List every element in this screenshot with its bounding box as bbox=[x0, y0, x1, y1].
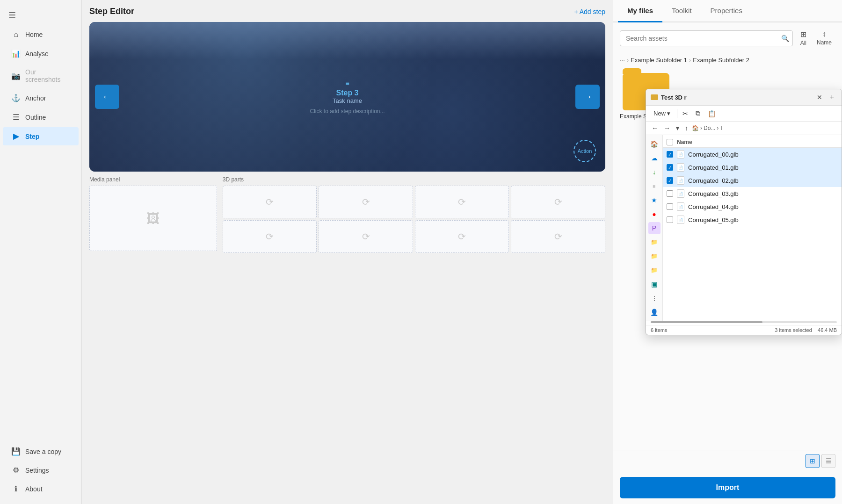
list-view-button[interactable]: ☰ bbox=[821, 454, 835, 468]
step-card-image-overlay bbox=[89, 22, 605, 59]
fe-cut-icon: ✂ bbox=[682, 110, 688, 117]
fe-file-row-4[interactable]: 📄 Corrugated_04.glb bbox=[663, 200, 842, 213]
save-icon: 💾 bbox=[11, 447, 21, 456]
breadcrumb-item-0[interactable]: Example Subfolder 1 bbox=[631, 57, 687, 64]
parts-cell-2[interactable]: ⟳ bbox=[415, 186, 509, 218]
sidebar-item-about[interactable]: ℹ About bbox=[3, 480, 79, 498]
sidebar-item-anchor[interactable]: ⚓ Anchor bbox=[3, 89, 79, 107]
fe-file-row-2[interactable]: ✓ 📄 Corrugated_02.glb bbox=[663, 174, 842, 187]
breadcrumb-sep-0: › bbox=[627, 57, 629, 64]
fe-copy-icon: ⧉ bbox=[696, 109, 700, 117]
parts-cell-1[interactable]: ⟳ bbox=[319, 186, 413, 218]
fe-nav-bar: ← → ▾ ↑ 🏠 › Do... › T bbox=[646, 122, 842, 135]
fe-cut-button[interactable]: ✂ bbox=[680, 108, 690, 119]
fe-sidebar-star-icon[interactable]: ★ bbox=[648, 194, 661, 206]
action-button[interactable]: Action bbox=[573, 140, 596, 162]
tab-my-files[interactable]: My files bbox=[618, 0, 662, 22]
filter-name-button[interactable]: ↕ Name bbox=[813, 28, 835, 48]
media-cell-0[interactable]: 🖼 bbox=[89, 186, 217, 251]
filter-all-button[interactable]: ⊞ All bbox=[797, 28, 810, 48]
fe-sidebar-yellow-folder-0[interactable]: 📁 bbox=[648, 236, 661, 248]
fe-sidebar-yellow-folder-2[interactable]: 📁 bbox=[648, 264, 661, 276]
fe-dropdown-button[interactable]: ▾ bbox=[674, 123, 681, 133]
grid-view-button[interactable]: ⊞ bbox=[806, 454, 820, 468]
parts-cell-4[interactable]: ⟳ bbox=[223, 220, 317, 253]
fe-close-button[interactable]: ✕ bbox=[815, 93, 824, 102]
search-icon-button[interactable]: 🔍 bbox=[781, 35, 789, 42]
parts-cell-5[interactable]: ⟳ bbox=[319, 220, 413, 253]
part-icon-0: ⟳ bbox=[266, 196, 274, 208]
parts-panel-grid: ⟳ ⟳ ⟳ ⟳ ⟳ ⟳ ⟳ ⟳ bbox=[223, 186, 605, 253]
fe-select-all-checkbox[interactable] bbox=[667, 139, 673, 145]
sidebar-item-step[interactable]: ▶ Step bbox=[3, 127, 79, 145]
fe-file-doc-icon-0: 📄 bbox=[677, 150, 684, 158]
fe-sidebar-person-icon[interactable]: 👤 bbox=[648, 306, 661, 318]
add-step-button[interactable]: + Add step bbox=[574, 8, 605, 15]
fe-sidebar-dots-icon[interactable]: ⋮ bbox=[648, 292, 661, 304]
parts-cell-7[interactable]: ⟳ bbox=[511, 220, 605, 253]
next-step-button[interactable]: → bbox=[575, 85, 600, 109]
fe-back-button[interactable]: ← bbox=[650, 123, 660, 133]
screenshots-icon: 📷 bbox=[11, 72, 21, 80]
sidebar-item-home[interactable]: ⌂ Home bbox=[3, 26, 79, 43]
menu-icon[interactable]: ☰ bbox=[0, 6, 81, 25]
search-input[interactable] bbox=[620, 30, 793, 46]
parts-cell-6[interactable]: ⟳ bbox=[415, 220, 509, 253]
breadcrumb-dots[interactable]: ··· bbox=[620, 57, 625, 64]
fe-file-row-3[interactable]: 📄 Corrugated_03.glb bbox=[663, 187, 842, 200]
anchor-icon: ⚓ bbox=[11, 94, 21, 102]
step-description[interactable]: Click to add step description... bbox=[310, 108, 385, 115]
step-task-name: Task name bbox=[310, 97, 385, 104]
fe-sidebar-teal-icon[interactable]: ▣ bbox=[648, 278, 661, 290]
parts-cell-3[interactable]: ⟳ bbox=[511, 186, 605, 218]
fe-sidebar-home-icon[interactable]: 🏠 bbox=[648, 138, 661, 150]
fe-up-button[interactable]: ↑ bbox=[683, 123, 690, 133]
view-toggles: ⊞ ☰ bbox=[613, 451, 842, 471]
fe-file-row-5[interactable]: 📄 Corrugated_05.glb bbox=[663, 213, 842, 226]
fe-file-checkbox-3[interactable] bbox=[667, 190, 673, 197]
fe-sidebar-file-icon[interactable]: ≡ bbox=[648, 180, 661, 192]
fe-file-row-0[interactable]: ✓ 📄 Corrugated_00.glb bbox=[663, 148, 842, 161]
sidebar-item-analyse[interactable]: 📊 Analyse bbox=[3, 44, 79, 63]
breadcrumb-item-1[interactable]: Example Subfolder 2 bbox=[693, 57, 749, 64]
fe-sidebar-yellow-folder-1[interactable]: 📁 bbox=[648, 250, 661, 262]
sidebar-item-outline[interactable]: ☰ Outline bbox=[3, 108, 79, 126]
fe-scrollbar[interactable] bbox=[651, 321, 837, 323]
fe-file-row-1[interactable]: ✓ 📄 Corrugated_01.glb bbox=[663, 161, 842, 174]
import-label: Import bbox=[716, 483, 740, 491]
sidebar-item-label: Home bbox=[25, 31, 43, 38]
right-panel-tabs: My files Toolkit Properties bbox=[613, 0, 842, 22]
fe-file-checkbox-0[interactable]: ✓ bbox=[667, 151, 673, 158]
sidebar-item-settings[interactable]: ⚙ Settings bbox=[3, 461, 79, 479]
fe-sidebar-icons: 🏠 ☁ ↓ ≡ ★ ● P 📁 📁 📁 ▣ ⋮ 👤 bbox=[646, 135, 663, 321]
import-button[interactable]: Import bbox=[620, 477, 835, 498]
tab-toolkit[interactable]: Toolkit bbox=[662, 0, 701, 22]
fe-scrollbar-thumb bbox=[651, 321, 762, 323]
fe-path-part-0[interactable]: Do... bbox=[704, 125, 715, 131]
sort-icon: ↕ bbox=[822, 30, 826, 38]
sidebar-item-label: Anchor bbox=[25, 94, 46, 102]
media-placeholder-icon: 🖼 bbox=[146, 211, 160, 226]
fe-forward-button[interactable]: → bbox=[662, 123, 672, 133]
parts-cell-0[interactable]: ⟳ bbox=[223, 186, 317, 218]
fe-file-checkbox-1[interactable]: ✓ bbox=[667, 164, 673, 171]
fe-sidebar-cloud-icon[interactable]: ☁ bbox=[648, 152, 661, 164]
fe-copy-button[interactable]: ⧉ bbox=[693, 108, 703, 119]
fe-add-tab-button[interactable]: + bbox=[827, 92, 837, 102]
tab-my-files-label: My files bbox=[627, 7, 653, 14]
part-icon-2: ⟳ bbox=[458, 196, 466, 208]
tab-properties[interactable]: Properties bbox=[701, 0, 752, 22]
fe-file-doc-icon-4: 📄 bbox=[677, 202, 684, 211]
fe-sidebar-purple-icon[interactable]: P bbox=[648, 222, 661, 234]
fe-file-checkbox-2[interactable]: ✓ bbox=[667, 177, 673, 184]
sidebar-item-save-copy[interactable]: 💾 Save a copy bbox=[3, 442, 79, 461]
fe-sidebar-green-icon[interactable]: ↓ bbox=[648, 166, 661, 178]
prev-step-button[interactable]: ← bbox=[95, 85, 119, 109]
part-icon-6: ⟳ bbox=[458, 231, 466, 242]
fe-path-part-1[interactable]: T bbox=[720, 125, 723, 131]
fe-paste-button[interactable]: 📋 bbox=[705, 108, 718, 119]
fe-file-checkbox-4[interactable] bbox=[667, 203, 673, 210]
fe-file-checkbox-5[interactable] bbox=[667, 216, 673, 223]
fe-new-button[interactable]: New ▾ bbox=[650, 108, 674, 119]
fe-sidebar-red-circle-icon[interactable]: ● bbox=[648, 208, 661, 220]
